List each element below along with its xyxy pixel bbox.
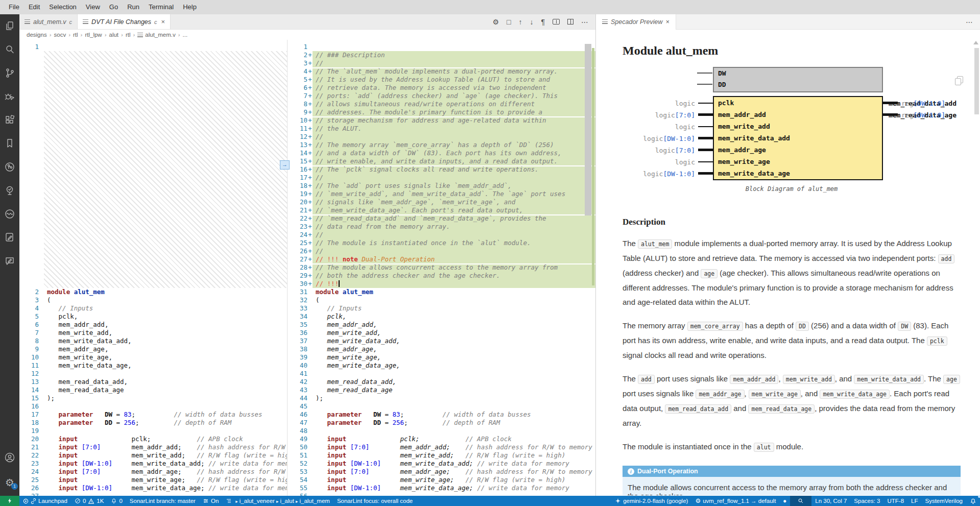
- code-line[interactable]: 23+// data read from the memory array.: [288, 223, 595, 231]
- launchpad-button[interactable]: Launchpad: [19, 496, 71, 506]
- code-line[interactable]: 35 mem_addr_add,: [288, 321, 595, 329]
- sonarlint-branch[interactable]: SonarLint branch: master: [126, 496, 199, 506]
- code-line[interactable]: 24 input [7:0] mem_addr_age; // hash add…: [19, 468, 287, 476]
- eol-indicator[interactable]: LF: [907, 496, 921, 506]
- menu-selection[interactable]: Selection: [44, 0, 81, 14]
- code-line[interactable]: 34 pclk,: [288, 312, 595, 321]
- code-line[interactable]: 2module alut_mem: [19, 288, 287, 296]
- flow-selector[interactable]: ⚙ uvm_ref_flow_1.1 → default: [691, 496, 779, 506]
- settings-gear-icon[interactable]: ⚙: [492, 18, 499, 26]
- encoding-indicator[interactable]: UTF-8: [883, 496, 907, 506]
- sonarlint-focus[interactable]: SonarLint focus: overall code: [333, 496, 416, 506]
- code-line[interactable]: 50 input [7:0] mem_addr_add; // hash add…: [288, 443, 595, 451]
- code-line[interactable]: 41: [288, 370, 595, 378]
- code-line[interactable]: 9 mem_addr_age,: [19, 345, 287, 353]
- code-line[interactable]: 19+// `mem_write_add`, and `mem_write_da…: [288, 190, 595, 198]
- notifications-bell[interactable]: [966, 496, 980, 506]
- code-line[interactable]: 33 // Inputs: [288, 304, 595, 312]
- code-line[interactable]: 39 mem_write_age,: [288, 353, 595, 362]
- code-line[interactable]: 4+// The `alut_mem` module implements a …: [288, 67, 595, 76]
- dvt-diagrams-icon[interactable]: [0, 155, 19, 179]
- code-line[interactable]: 37 mem_write_data_add,: [288, 337, 595, 345]
- layout-icon[interactable]: □: [507, 18, 511, 26]
- code-line[interactable]: 17 parameter DW = 83; // width of data b…: [19, 411, 287, 419]
- split-editor-icon[interactable]: [567, 19, 573, 25]
- breadcrumb-item[interactable]: socv: [54, 32, 66, 38]
- ai-model-indicator[interactable]: gemini-2.0-flash (google): [611, 496, 691, 506]
- menu-help[interactable]: Help: [178, 0, 201, 14]
- code-line[interactable]: 43 mem_read_data_age: [288, 386, 595, 394]
- code-line[interactable]: 7+// ports: `add` (address checker) and …: [288, 92, 595, 100]
- code-line[interactable]: 11+// the ALUT.: [288, 125, 595, 133]
- code-line[interactable]: 25+// The module is instantiated once in…: [288, 239, 595, 247]
- code-line[interactable]: 27: [19, 492, 287, 496]
- code-line[interactable]: 40 mem_write_data_age,: [288, 362, 595, 370]
- tab-specador-preview[interactable]: Specador Preview ×: [596, 14, 676, 30]
- code-line[interactable]: 6 mem_addr_add,: [19, 321, 287, 329]
- code-line[interactable]: 36 mem_write_add,: [288, 329, 595, 337]
- language-mode[interactable]: SystemVerilog: [921, 496, 966, 506]
- cursor-position[interactable]: Ln 30, Col 7: [811, 496, 850, 506]
- breadcrumb-item[interactable]: rtl: [126, 32, 131, 38]
- breadcrumb-item[interactable]: designs: [27, 32, 47, 38]
- menu-run[interactable]: Run: [123, 0, 144, 14]
- breadcrumb-item[interactable]: alut: [109, 32, 119, 38]
- code-line[interactable]: 23 input [DW-1:0] mem_write_data_add; //…: [19, 460, 287, 468]
- code-line[interactable]: 38 mem_addr_age,: [288, 345, 595, 353]
- code-line[interactable]: 6+// retrieve data. The memory is access…: [288, 84, 595, 92]
- extensions-icon[interactable]: [0, 108, 19, 132]
- code-line[interactable]: 13+// The memory array `mem_core_array` …: [288, 141, 595, 149]
- bookmarks-icon[interactable]: [0, 132, 19, 155]
- breadcrumb-item[interactable]: rtl: [73, 32, 78, 38]
- code-line[interactable]: 15+// write enable, and write data input…: [288, 157, 595, 165]
- notifications-count[interactable]: 0: [107, 496, 126, 506]
- search-icon[interactable]: [0, 38, 19, 61]
- scroll-up-arrow[interactable]: [973, 41, 978, 44]
- code-line[interactable]: 29+// both the address checker and the a…: [288, 272, 595, 280]
- code-line[interactable]: 7 mem_write_add,: [19, 329, 287, 337]
- account-icon[interactable]: [0, 446, 19, 469]
- code-line[interactable]: 53 input [7:0] mem_addr_age; // hash add…: [288, 468, 595, 476]
- code-line[interactable]: 22+// `mem_read_data_add` and `mem_read_…: [288, 214, 595, 223]
- diff-revert-arrow-button[interactable]: →: [280, 160, 290, 170]
- more-actions-icon[interactable]: ⋯: [581, 18, 588, 26]
- code-line[interactable]: 10 mem_write_age,: [19, 353, 287, 362]
- code-line[interactable]: 5 pclk,: [19, 312, 287, 321]
- code-line[interactable]: 1: [288, 43, 595, 51]
- code-line[interactable]: 9+// addresses. The module's primary fun…: [288, 108, 595, 116]
- code-line[interactable]: 20 input pclk; // APB clock: [19, 435, 287, 443]
- file-edit-icon[interactable]: [0, 226, 19, 249]
- code-line[interactable]: 47 parameter DD = 256; // depth of RAM: [288, 419, 595, 427]
- code-line[interactable]: 46 parameter DW = 83; // width of data b…: [288, 411, 595, 419]
- code-line[interactable]: 42 mem_read_data_add,: [288, 378, 595, 386]
- breadcrumb-item[interactable]: alut_mem.v: [145, 32, 175, 38]
- code-line[interactable]: 24+//: [288, 231, 595, 239]
- menu-go[interactable]: Go: [105, 0, 123, 14]
- code-line[interactable]: 4 // Inputs: [19, 304, 287, 312]
- code-line[interactable]: 3+//: [288, 59, 595, 67]
- code-line[interactable]: 30+// !!!: [288, 280, 595, 288]
- code-line[interactable]: 20+// signals like `mem_addr_age`, `mem_…: [288, 198, 595, 206]
- more-actions-icon[interactable]: ⋯: [966, 18, 980, 26]
- instance-path[interactable]: ▸i_alut_veneer▸i_alut▸i_alut_mem: [222, 496, 333, 506]
- code-line[interactable]: 55 input [DW-1:0] mem_write_data_age; //…: [288, 484, 595, 492]
- code-line[interactable]: 56: [288, 492, 595, 496]
- code-line[interactable]: 21+// `mem_write_data_age`. Each port's …: [288, 206, 595, 214]
- code-line[interactable]: 12: [19, 370, 287, 378]
- code-line[interactable]: 2+// ### Description: [288, 51, 595, 59]
- code-line[interactable]: 21 input [7:0] mem_addr_add; // hash add…: [19, 443, 287, 451]
- code-line[interactable]: 12+//: [288, 133, 595, 141]
- code-line[interactable]: 26+//: [288, 247, 595, 255]
- code-line[interactable]: 28+// The module allows concurrent acces…: [288, 263, 595, 272]
- menu-file[interactable]: File: [4, 0, 24, 14]
- code-line[interactable]: 3(: [19, 296, 287, 304]
- code-line[interactable]: 52 input [DW-1:0] mem_write_data_add; //…: [288, 460, 595, 468]
- diff-modified-pane[interactable]: 12+// ### Description3+//4+// The `alut_…: [288, 40, 595, 496]
- code-line[interactable]: 14+// and a data width of `DW` (83). Eac…: [288, 149, 595, 157]
- code-line[interactable]: 8 mem_write_data_add,: [19, 337, 287, 345]
- dvt-verification-tree-icon[interactable]: [0, 179, 19, 202]
- code-line[interactable]: 18 parameter DD = 256; // depth of RAM: [19, 419, 287, 427]
- remote-indicator[interactable]: [0, 496, 19, 506]
- prev-change-icon[interactable]: ↑: [518, 18, 522, 26]
- code-line[interactable]: 31module alut_mem: [288, 288, 595, 296]
